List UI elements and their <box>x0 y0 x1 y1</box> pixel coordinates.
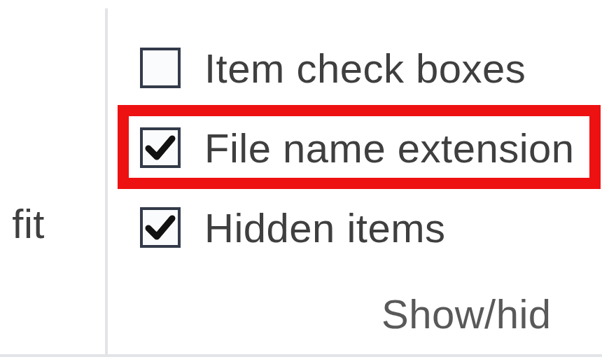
group-separator <box>105 8 108 354</box>
option-item-check-boxes[interactable]: Item check boxes <box>140 41 526 95</box>
option-hidden-items[interactable]: Hidden items <box>140 200 445 255</box>
checkmark-icon <box>144 211 176 244</box>
group-name-show-hide: Show/hid <box>382 290 552 337</box>
option-file-name-extensions[interactable]: File name extension <box>140 120 575 175</box>
option-label: File name extension <box>204 125 575 172</box>
checkmark-icon <box>144 132 176 164</box>
prev-group-label-fragment: o fit <box>0 200 45 247</box>
checkbox-hidden-items[interactable] <box>140 207 181 248</box>
option-label: Item check boxes <box>204 45 526 92</box>
checkbox-file-name-extensions[interactable] <box>140 127 181 168</box>
ribbon-bottom-border <box>0 354 602 357</box>
option-label: Hidden items <box>204 204 445 251</box>
checkbox-item-check-boxes[interactable] <box>140 48 181 88</box>
ribbon-fragment: o fit Item check boxes File name extensi… <box>0 0 602 364</box>
